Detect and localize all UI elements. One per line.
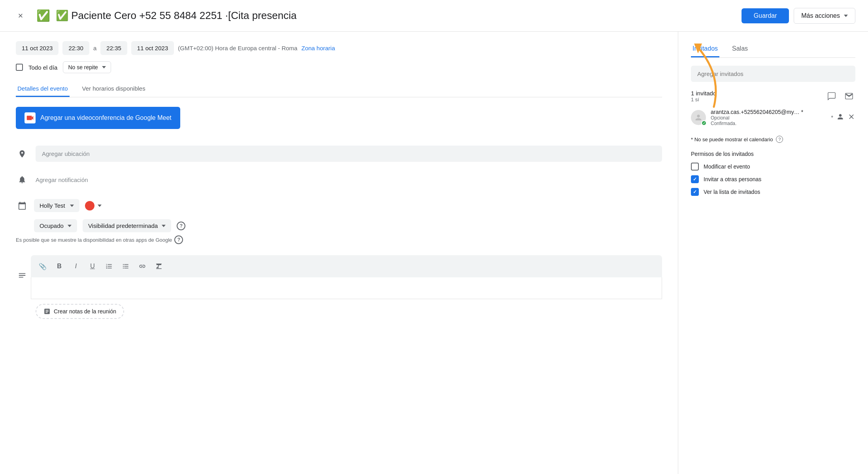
ordered-list-button[interactable] — [102, 259, 116, 273]
more-actions-label: Más acciones — [801, 12, 840, 19]
italic-button[interactable]: I — [69, 259, 83, 273]
location-input[interactable] — [36, 146, 662, 162]
event-tabs: Detalles del evento Ver horarios disponi… — [16, 81, 662, 97]
event-color-dot[interactable] — [85, 201, 94, 210]
guest-info: arantza.cas.+525562046205@my… * Opcional… — [711, 109, 826, 126]
permission-invite-others: Invitar a otras personas — [691, 175, 855, 183]
email-guest-icon[interactable] — [843, 90, 855, 102]
calendar-note-text: * No se puede mostrar el calendario — [691, 137, 773, 142]
remove-format-button[interactable] — [152, 259, 166, 273]
left-panel: 11 oct 2023 22:30 a 22:35 11 oct 2023 (G… — [0, 32, 678, 474]
main-content: 11 oct 2023 22:30 a 22:35 11 oct 2023 (G… — [0, 32, 868, 474]
description-editor[interactable] — [31, 277, 662, 299]
calendar-name: Holly Test — [40, 202, 65, 209]
asterisk-mark: * — [831, 114, 833, 121]
calendar-note: * No se puede mostrar el calendario ? — [691, 136, 855, 143]
timezone-link[interactable]: Zona horaria — [301, 45, 335, 51]
visibility-dropdown[interactable]: Visibilidad predeterminada — [83, 219, 172, 232]
calendar-row: Holly Test — [16, 199, 662, 212]
status-label: Ocupado — [40, 222, 64, 229]
apps-help-icon[interactable]: ? — [174, 235, 183, 244]
title-emoji: ✅ — [36, 9, 50, 22]
guests-count: 1 invitado — [691, 90, 716, 97]
date-time-row: 11 oct 2023 22:30 a 22:35 11 oct 2023 (G… — [16, 41, 662, 55]
apps-info-text: Es posible que se muestre la disponibili… — [16, 237, 172, 243]
meet-icon — [25, 112, 36, 123]
meet-button-label: Agregar una videoconferencia de Google M… — [40, 114, 172, 121]
start-time-picker[interactable]: 22:30 — [62, 41, 89, 55]
message-guest-icon[interactable] — [825, 90, 838, 102]
right-panel: Invitados Salas 1 invitado 1 sí — [678, 32, 868, 474]
location-icon — [16, 148, 28, 160]
save-button[interactable]: Guardar — [742, 8, 789, 23]
modify-event-label: Modificar el evento — [704, 163, 750, 170]
tab-event-details[interactable]: Detalles del evento — [16, 81, 70, 97]
bold-button[interactable]: B — [52, 259, 66, 273]
calendar-icon — [16, 199, 28, 212]
notification-icon — [16, 173, 28, 186]
tab-rooms[interactable]: Salas — [730, 41, 749, 57]
status-dropdown[interactable]: Ocupado — [34, 219, 77, 232]
avatar-check-icon — [701, 120, 707, 126]
time-separator: a — [93, 45, 96, 51]
end-time-picker[interactable]: 22:35 — [100, 41, 127, 55]
guests-tabs: Invitados Salas — [691, 41, 855, 58]
editor-section: 📎 B I U — [16, 251, 662, 299]
notes-area: Crear notas de la reunión — [36, 304, 662, 319]
invite-others-label: Invitar a otras personas — [704, 176, 761, 182]
guest-avatar — [691, 110, 706, 125]
add-meet-button[interactable]: Agregar una videoconferencia de Google M… — [16, 107, 180, 129]
notification-row: Agregar notificación — [16, 168, 662, 192]
create-notes-label: Crear notas de la reunión — [54, 308, 116, 315]
invite-others-checkbox[interactable] — [691, 175, 699, 183]
unordered-list-button[interactable] — [119, 259, 133, 273]
close-button[interactable]: × — [13, 8, 28, 24]
underline-button[interactable]: U — [85, 259, 100, 273]
create-notes-button[interactable]: Crear notas de la reunión — [36, 304, 124, 319]
visibility-chevron-icon — [162, 225, 166, 227]
add-guests-input[interactable] — [691, 66, 855, 82]
permissions-title: Permisos de los invitados — [691, 151, 855, 157]
all-day-checkbox[interactable] — [16, 64, 23, 71]
editor-toolbar: 📎 B I U — [31, 255, 662, 277]
permission-modify-event: Modificar el evento — [691, 163, 855, 171]
more-actions-button[interactable]: Más acciones — [794, 8, 855, 24]
status-chevron-icon — [68, 225, 72, 227]
modify-event-checkbox[interactable] — [691, 163, 699, 171]
link-button[interactable] — [135, 259, 149, 273]
guests-count-row: 1 invitado 1 sí — [691, 90, 855, 102]
guest-confirmed-text: Confirmada. — [711, 121, 736, 126]
chevron-down-icon — [844, 15, 848, 17]
header: × ✅ ✅ Paciente Cero +52 55 8484 2251 ·[C… — [0, 0, 868, 32]
visibility-label: Visibilidad predeterminada — [88, 222, 158, 229]
guest-person-icon[interactable] — [836, 113, 844, 123]
title-text: ✅ Paciente Cero +52 55 8484 2251 ·[Cita … — [56, 9, 296, 22]
end-date-picker[interactable]: 11 oct 2023 — [131, 41, 174, 55]
guest-optional-text: Opcional — [711, 115, 729, 121]
tab-available-times[interactable]: Ver horarios disponibles — [81, 81, 147, 97]
all-day-row: Todo el día No se repite — [16, 61, 662, 73]
attachment-button[interactable]: 📎 — [36, 259, 50, 273]
editor-container: 📎 B I U — [31, 251, 662, 299]
start-date-picker[interactable]: 11 oct 2023 — [16, 41, 58, 55]
view-list-checkbox[interactable] — [691, 188, 699, 196]
event-title: ✅ ✅ Paciente Cero +52 55 8484 2251 ·[Cit… — [36, 9, 734, 22]
timezone-text: (GMT+02:00) Hora de Europa central - Rom… — [178, 45, 297, 51]
calendar-chevron-icon — [70, 205, 74, 207]
color-picker[interactable] — [85, 201, 102, 210]
notification-text[interactable]: Agregar notificación — [36, 176, 88, 183]
guests-action-icons — [825, 90, 855, 102]
all-day-label: Todo el día — [28, 64, 57, 71]
calendar-note-help-icon[interactable]: ? — [776, 136, 783, 143]
repeat-dropdown[interactable]: No se repite — [63, 61, 111, 73]
timezone-info: (GMT+02:00) Hora de Europa central - Rom… — [178, 45, 297, 51]
remove-guest-button[interactable] — [847, 113, 855, 123]
guest-item: arantza.cas.+525562046205@my… * Opcional… — [691, 106, 855, 129]
visibility-help-icon[interactable]: ? — [177, 222, 185, 230]
description-icon — [16, 269, 28, 282]
tab-guests[interactable]: Invitados — [691, 41, 719, 57]
calendar-dropdown[interactable]: Holly Test — [34, 199, 79, 212]
permission-view-list: Ver la lista de invitados — [691, 188, 855, 196]
header-actions: Guardar Más acciones — [742, 8, 855, 24]
guests-yes: 1 sí — [691, 97, 716, 102]
